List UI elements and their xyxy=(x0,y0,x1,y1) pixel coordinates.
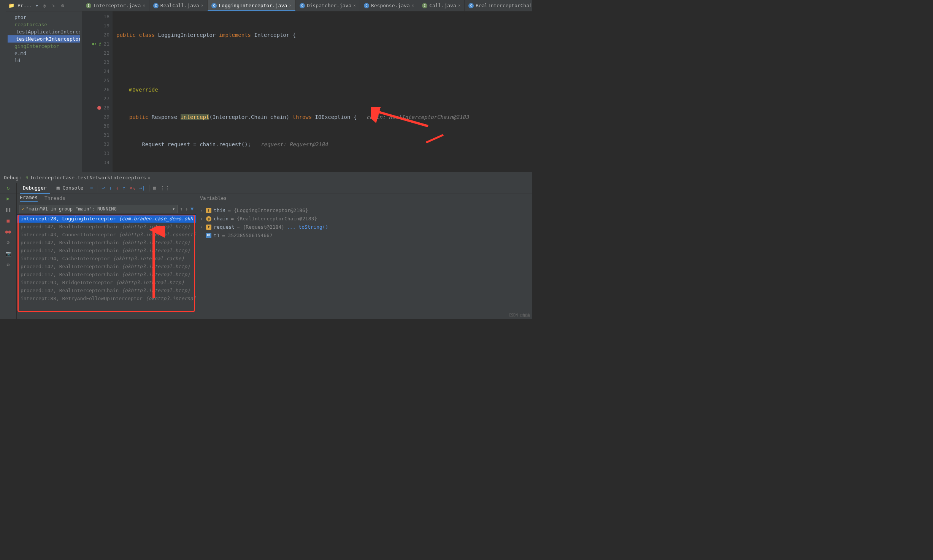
threads-tab[interactable]: Threads xyxy=(44,195,65,201)
tostring-link[interactable]: ... toString() xyxy=(287,223,328,231)
project-tree-item[interactable]: e.md xyxy=(8,50,80,57)
gutter-line[interactable]: 24 xyxy=(82,67,109,76)
project-tree-item[interactable]: rceptorCase xyxy=(8,21,80,28)
force-step-into-icon[interactable]: ↓ xyxy=(116,185,119,191)
editor[interactable]: 181920●↑ @2122232425262728293031323334 p… xyxy=(82,11,532,172)
variable-row[interactable]: ›frequest = {Request@2184} ... toString(… xyxy=(200,223,528,231)
stack-frame[interactable]: proceed:142, RealInterceptorChain (okhtt… xyxy=(17,263,196,271)
chevron-right-icon[interactable]: › xyxy=(200,206,204,215)
expand-icon[interactable]: ⇲ xyxy=(51,3,57,9)
close-icon[interactable]: × xyxy=(201,3,204,8)
debug-run-config[interactable]: ↯ InterceptorCase.testNetworkInterceptor… xyxy=(25,175,151,180)
console-tab[interactable]: ▤ Console xyxy=(54,184,86,192)
debugger-tab[interactable]: Debugger xyxy=(20,184,50,192)
gutter-line[interactable]: 25 xyxy=(82,76,109,85)
mute-icon[interactable]: ⊘ xyxy=(7,240,10,245)
project-tree-item[interactable]: testNetworkInterceptors() xyxy=(8,35,80,43)
left-tool-strip[interactable] xyxy=(0,0,6,172)
step-into-icon[interactable]: ↓ xyxy=(109,185,112,191)
gutter-line[interactable]: ●↑ @21 xyxy=(82,40,109,49)
stack-frame[interactable]: proceed:117, RealInterceptorChain (okhtt… xyxy=(17,271,196,278)
editor-tab[interactable]: ICall.java× xyxy=(418,0,465,11)
editor-tab[interactable]: CResponse.java× xyxy=(360,0,418,11)
project-label[interactable]: Pr... xyxy=(17,3,32,8)
close-icon[interactable]: × xyxy=(289,3,292,8)
stack-frame[interactable]: intercept:93, BridgeInterceptor (okhttp3… xyxy=(17,278,196,286)
stack-frame[interactable]: proceed:142, RealInterceptorChain (okhtt… xyxy=(17,239,196,247)
variable-row[interactable]: ›fthis = {LoggingInterceptor@2186} xyxy=(200,206,528,215)
editor-tab[interactable]: CLoggingInterceptor.java× xyxy=(208,0,296,11)
chevron-right-icon[interactable]: › xyxy=(200,215,204,223)
editor-tab[interactable]: IInterceptor.java× xyxy=(82,0,149,11)
stack-frame[interactable]: intercept:88, RetryAndFollowUpIntercepto… xyxy=(17,294,196,302)
stack-frame[interactable]: proceed:117, RealInterceptorChain (okhtt… xyxy=(17,247,196,255)
project-tree-item[interactable]: testApplicationInterceptor xyxy=(8,28,80,35)
gutter-line[interactable]: 23 xyxy=(82,58,109,67)
thread-combo[interactable]: ✓ "main"@1 in group "main": RUNNING ▾ xyxy=(19,205,178,213)
camera-icon[interactable]: 📷 xyxy=(5,251,11,256)
gutter-line[interactable]: 22 xyxy=(82,49,109,58)
close-icon[interactable]: × xyxy=(148,175,151,180)
gutter-line[interactable]: 18 xyxy=(82,12,109,21)
variable-row[interactable]: ›pchain = {RealInterceptorChain@2183} xyxy=(200,215,528,223)
target-icon[interactable]: ◎ xyxy=(41,3,48,9)
stack-frame[interactable]: intercept:28, LoggingInterceptor (com.br… xyxy=(17,215,196,223)
stack-frame[interactable]: proceed:142, RealInterceptorChain (okhtt… xyxy=(17,286,196,294)
evaluate-icon[interactable]: ▦ xyxy=(153,185,156,191)
rerun-icon[interactable]: ↻ xyxy=(5,184,12,191)
project-tree-item[interactable]: ptor xyxy=(8,14,80,21)
collapse-icon[interactable]: — xyxy=(69,3,75,9)
gutter-line[interactable]: 29 xyxy=(82,112,109,122)
close-icon[interactable]: × xyxy=(143,3,145,8)
frames-tab[interactable]: Frames xyxy=(20,195,38,202)
gutter-line[interactable]: 31 xyxy=(82,131,109,140)
project-tree[interactable]: ptorrceptorCasetestApplicationIntercepto… xyxy=(6,11,82,66)
gutter-line[interactable]: 32 xyxy=(82,140,109,149)
breakpoints-icon[interactable]: ●● xyxy=(5,229,11,234)
variables-list[interactable]: ›fthis = {LoggingInterceptor@2186}›pchai… xyxy=(196,203,532,243)
settings-icon[interactable]: ⚙ xyxy=(7,262,10,267)
close-icon[interactable]: × xyxy=(458,3,461,8)
step-out-icon[interactable]: ↑ xyxy=(123,185,126,191)
editor-tab[interactable]: CDispatcher.java× xyxy=(296,0,360,11)
variable-row[interactable]: 01t1 = 352385506154667 xyxy=(200,231,528,240)
chevron-down-icon[interactable]: ▾ xyxy=(35,3,38,8)
stop-icon[interactable]: ■ xyxy=(7,218,10,223)
more-icon[interactable]: ⋮⋮ xyxy=(160,185,170,191)
stack-frame[interactable]: intercept:43, ConnectInterceptor (okhttp… xyxy=(17,231,196,239)
breakpoint-icon[interactable] xyxy=(97,106,101,110)
step-over-icon[interactable]: ⤻ xyxy=(101,185,105,191)
close-icon[interactable]: × xyxy=(412,3,414,8)
pause-icon[interactable]: ❚❚ xyxy=(5,207,11,212)
filter-icon[interactable]: ▼ xyxy=(190,206,194,212)
stack-frame[interactable]: proceed:142, RealInterceptorChain (okhtt… xyxy=(17,223,196,231)
resume-icon[interactable]: ▶ xyxy=(7,196,10,201)
gear-icon[interactable]: ⚙ xyxy=(60,3,66,9)
code-area[interactable]: public class LoggingInterceptor implemen… xyxy=(113,11,532,172)
project-tree-item[interactable]: gingInterceptor xyxy=(8,43,80,50)
hierarchy-icon[interactable]: ≡ xyxy=(90,185,93,191)
editor-tabs[interactable]: IInterceptor.java×CRealCall.java×CLoggin… xyxy=(82,0,532,11)
chevron-right-icon[interactable]: › xyxy=(200,223,204,231)
drop-frame-icon[interactable]: ✕↘ xyxy=(129,185,135,191)
frames-list[interactable]: intercept:28, LoggingInterceptor (com.br… xyxy=(17,215,196,319)
editor-tab[interactable]: CRealCall.java× xyxy=(149,0,208,11)
gutter-line[interactable]: 33 xyxy=(82,149,109,158)
gutter-line[interactable]: 34 xyxy=(82,158,109,167)
next-frame-icon[interactable]: ↓ xyxy=(185,206,188,212)
gutter-line[interactable]: 28 xyxy=(82,103,109,112)
stack-frame[interactable]: intercept:94, CacheInterceptor (okhttp3.… xyxy=(17,255,196,263)
gutter-line[interactable]: 26 xyxy=(82,85,109,94)
gutter-line[interactable]: 19 xyxy=(82,21,109,30)
editor-tab[interactable]: CRealInterceptorChain.java× xyxy=(465,0,532,11)
file-icon: C xyxy=(300,3,305,8)
close-icon[interactable]: × xyxy=(353,3,356,8)
run-to-cursor-icon[interactable]: →| xyxy=(139,185,145,191)
prev-frame-icon[interactable]: ↑ xyxy=(180,206,183,212)
gutter-line[interactable]: 30 xyxy=(82,122,109,131)
gutter-line[interactable]: 27 xyxy=(82,94,109,103)
project-tree-item[interactable]: ld xyxy=(8,57,80,64)
gutter-line[interactable]: 20 xyxy=(82,30,109,40)
frames-panel: Frames Threads ✓ "main"@1 in group "main… xyxy=(17,193,196,319)
gutter[interactable]: 181920●↑ @2122232425262728293031323334 xyxy=(82,11,113,172)
